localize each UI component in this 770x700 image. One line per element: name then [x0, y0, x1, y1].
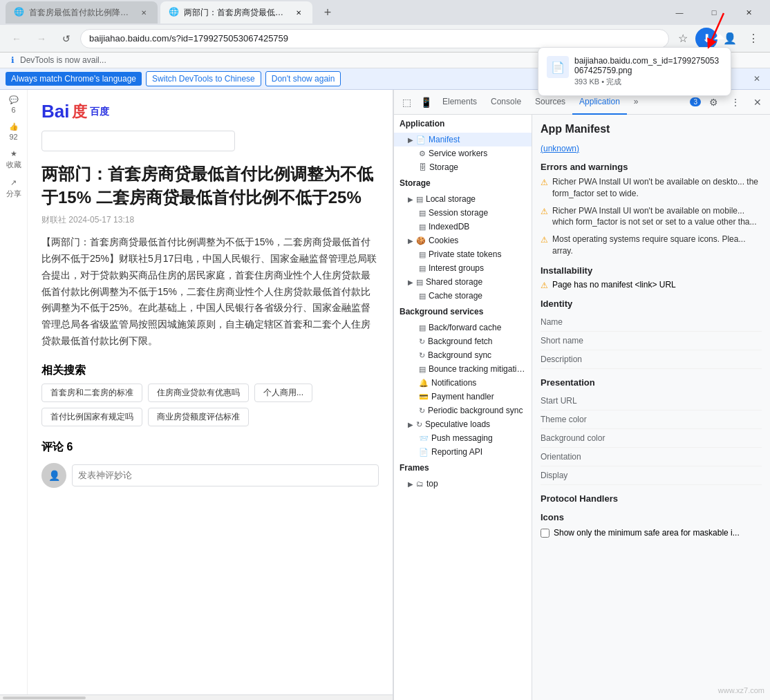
- bookmark-button[interactable]: ☆: [672, 28, 694, 50]
- tab-2[interactable]: 🌐 两部门：首套房商贷最低首付... ✕: [160, 1, 312, 23]
- installability-section-header: Installability: [541, 265, 762, 276]
- presentation-theme-row: Theme color: [541, 410, 762, 429]
- lang-match-button[interactable]: Always match Chrome's language: [6, 72, 142, 86]
- tab-console[interactable]: Console: [484, 90, 528, 115]
- minimize-button[interactable]: —: [664, 3, 695, 22]
- menu-button[interactable]: ⋮: [742, 28, 764, 50]
- sidebar-item-cookies[interactable]: ▶ 🍪 Cookies: [394, 234, 532, 247]
- related-tag-1[interactable]: 住房商业贷款有优惠吗: [148, 384, 249, 402]
- errors-section-header: Errors and warnings: [541, 162, 762, 172]
- expand-icon: ▶: [408, 480, 413, 488]
- expand-icon: ▶: [408, 278, 413, 286]
- comment-input[interactable]: [72, 464, 379, 486]
- article-body: 【两部门：首套房商贷最低首付比例调整为不低于15%，二套房商贷最低首付比例不低于…: [41, 234, 379, 350]
- sidebar-item-service-workers[interactable]: ⚙ Service workers: [394, 146, 532, 160]
- sidebar-item-session-storage[interactable]: ▤ Session storage: [394, 206, 532, 220]
- error-badge: 3: [690, 97, 701, 106]
- baidu-logo-accent: 度: [72, 102, 87, 122]
- related-tag-3[interactable]: 首付比例国家有规定吗: [41, 408, 142, 426]
- sidebar-item-speculative-loads[interactable]: ▶ ↻ Speculative loads: [394, 417, 532, 431]
- reporting-api-icon: 📄: [419, 448, 429, 457]
- lang-close-icon[interactable]: ✕: [749, 73, 764, 85]
- back-forward-icon: ▤: [419, 323, 426, 332]
- storage-app-label: Storage: [429, 162, 458, 172]
- sidebar-item-periodic-bg-sync[interactable]: ↻ Periodic background sync: [394, 404, 532, 417]
- sidebar-item-cache-storage[interactable]: ▤ Cache storage: [394, 289, 532, 303]
- sidebar-item-top-frame[interactable]: ▶ 🗂 top: [394, 477, 532, 491]
- top-frame-label: top: [426, 479, 438, 489]
- tab-2-favicon: 🌐: [169, 7, 180, 18]
- private-state-icon: ▤: [419, 250, 426, 259]
- sidebar-item-push-messaging[interactable]: 📨 Push messaging: [394, 431, 532, 445]
- lang-switch-button[interactable]: Switch DevTools to Chinese: [146, 71, 261, 86]
- sidebar-item-notifications[interactable]: 🔔 Notifications: [394, 376, 532, 390]
- sidebar-item-local-storage[interactable]: ▶ ▤ Local storage: [394, 192, 532, 206]
- sidebar-item-bounce-tracking[interactable]: ▤ Bounce tracking mitigatio...: [394, 362, 532, 376]
- bg-sync-label: Background sync: [428, 350, 491, 360]
- comment-box: 👤: [41, 463, 379, 488]
- identity-name-row: Name: [541, 313, 762, 332]
- service-workers-label: Service workers: [429, 149, 487, 158]
- tab-1-close[interactable]: ✕: [138, 7, 149, 18]
- related-section: 相关搜索 首套房和二套房的标准 住房商业贷款有优惠吗 个人商用... 首付比例国…: [41, 363, 379, 426]
- sidebar-item-interest-groups[interactable]: ▤ Interest groups: [394, 261, 532, 275]
- webpage-content: Bai 度 百度 两部门：首套房商贷最低首付比例调整为不低于15% 二套房商贷最…: [28, 90, 393, 694]
- identity-shortname-row: Short name: [541, 332, 762, 350]
- devtools-panel: ⬚ 📱 Elements Console Sources Application…: [393, 90, 770, 700]
- warning-text-0: Richer PWA Install UI won't be available…: [552, 176, 762, 200]
- maskable-icons-checkbox[interactable]: [541, 529, 550, 538]
- related-tag-2[interactable]: 个人商用...: [254, 384, 312, 402]
- bookmark-action[interactable]: ★ 收藏: [6, 149, 21, 170]
- sidebar-item-manifest[interactable]: ▶ 📄 Manifest: [394, 133, 532, 146]
- info-bar-text: DevTools is now avail...: [20, 55, 106, 65]
- warn-icon-1: ⚠: [541, 206, 548, 229]
- bg-fetch-icon: ↻: [419, 337, 425, 346]
- tab-elements[interactable]: Elements: [435, 90, 484, 115]
- devtools-close-btn[interactable]: ✕: [748, 93, 767, 112]
- sidebar-item-back-forward[interactable]: ▤ Back/forward cache: [394, 321, 532, 334]
- related-tag-4[interactable]: 商业房贷额度评估标准: [148, 408, 249, 426]
- sidebar-item-private-state[interactable]: ▤ Private state tokens: [394, 247, 532, 261]
- devtools-device-btn[interactable]: 📱: [416, 93, 435, 112]
- reporting-api-label: Reporting API: [431, 447, 482, 457]
- sidebar-item-bg-fetch[interactable]: ↻ Background fetch: [394, 334, 532, 348]
- devtools-inspect-btn[interactable]: ⬚: [397, 93, 416, 112]
- session-storage-label: Session storage: [429, 208, 488, 218]
- maskable-icons-label: Show only the minimum safe area for mask…: [554, 528, 740, 538]
- presentation-bg-row: Background color: [541, 429, 762, 448]
- presentation-orientation-label: Orientation: [541, 452, 581, 462]
- icons-section-header: Icons: [541, 512, 762, 522]
- comment-action[interactable]: 💬 6: [9, 95, 19, 114]
- back-button[interactable]: ←: [6, 28, 28, 50]
- forward-button[interactable]: →: [30, 28, 53, 50]
- like-action[interactable]: 👍 92: [9, 122, 19, 141]
- bounce-tracking-icon: ▤: [419, 365, 426, 374]
- installability-item-0: ⚠ Page has no manifest <link> URL: [541, 280, 762, 290]
- cookies-label: Cookies: [429, 236, 458, 245]
- baidu-logo-name: 百度: [90, 106, 109, 118]
- installability-text-0: Page has no manifest <link> URL: [552, 280, 676, 290]
- sidebar-item-indexeddb[interactable]: ▤ IndexedDB: [394, 220, 532, 234]
- sidebar-item-shared-storage[interactable]: ▶ ▤ Shared storage: [394, 275, 532, 289]
- manifest-unknown-link[interactable]: (unknown): [541, 144, 579, 153]
- lang-dismiss-button[interactable]: Don't show again: [265, 71, 341, 86]
- reload-button[interactable]: ↺: [55, 28, 77, 50]
- periodic-bg-sync-icon: ↻: [419, 406, 425, 415]
- address-bar[interactable]: [80, 29, 669, 48]
- shared-storage-icon: ▤: [416, 278, 423, 287]
- tab-1[interactable]: 🌐 首套房最低首付款比例降至15%... ✕: [6, 1, 158, 23]
- sidebar-item-reporting-api[interactable]: 📄 Reporting API: [394, 445, 532, 459]
- expand-icon: ▶: [408, 196, 413, 203]
- tab-2-close[interactable]: ✕: [293, 7, 304, 18]
- new-tab-button[interactable]: +: [318, 3, 337, 22]
- sidebar-item-bg-sync[interactable]: ↻ Background sync: [394, 348, 532, 362]
- warn-icon-2: ⚠: [541, 234, 548, 257]
- share-action[interactable]: ↗ 分享: [6, 178, 21, 199]
- periodic-bg-sync-label: Periodic background sync: [428, 406, 523, 415]
- sidebar-item-payment-handler[interactable]: 💳 Payment handler: [394, 390, 532, 404]
- baidu-search-input[interactable]: [41, 131, 235, 151]
- sidebar-item-storage-app[interactable]: 🗄 Storage: [394, 160, 532, 174]
- related-tag-0[interactable]: 首套房和二套房的标准: [41, 384, 142, 402]
- download-popup: 📄 baijiahao.baidu.com_s_id=1799275053067…: [538, 47, 731, 96]
- webpage-scrollbar[interactable]: [0, 694, 393, 700]
